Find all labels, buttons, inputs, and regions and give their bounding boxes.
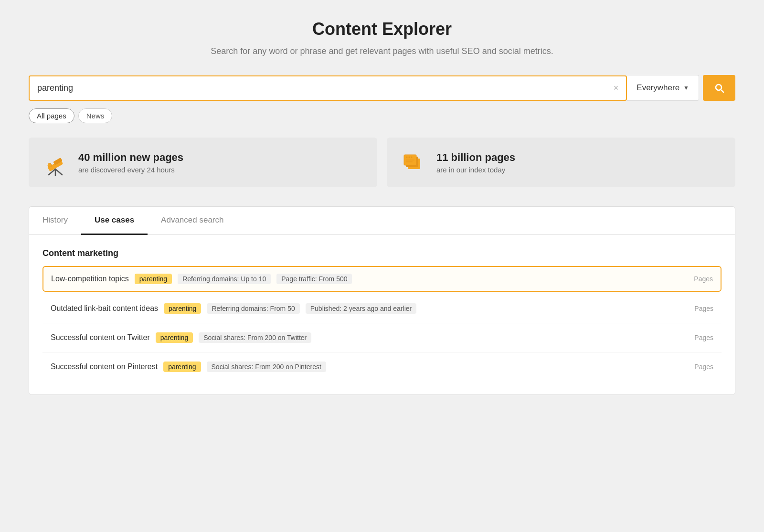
use-case-row-outdated[interactable]: Outdated link-bait content ideas parenti… (42, 296, 722, 321)
svg-point-11 (411, 157, 413, 158)
search-icon (713, 82, 725, 94)
pages-icon (400, 149, 427, 176)
svg-point-9 (406, 157, 408, 158)
tab-history[interactable]: History (29, 207, 81, 235)
scope-label: Everywhere (637, 83, 679, 93)
clear-icon[interactable]: × (606, 83, 626, 93)
filter-badge-0-0: Referring domains: Up to 10 (178, 274, 271, 284)
use-case-row-twitter[interactable]: Successful content on Twitter parenting … (42, 325, 722, 350)
svg-rect-12 (406, 160, 414, 160)
filter-badge-3-0: Social shares: From 200 on Pinterest (207, 362, 326, 372)
stat-new-pages-title: 40 million new pages (78, 151, 183, 164)
keyword-badge-2: parenting (156, 332, 193, 343)
stat-card-index: 11 billion pages are in our index today (387, 138, 735, 187)
filter-badge-1-1: Published: 2 years ago and earlier (306, 303, 416, 314)
use-case-label-2: Successful content on Twitter (51, 333, 150, 342)
stats-row: 40 million new pages are discovered ever… (29, 138, 735, 187)
use-case-label-3: Successful content on Pinterest (51, 362, 158, 371)
tabs-header: History Use cases Advanced search (29, 207, 735, 235)
pages-link-1[interactable]: Pages (694, 305, 713, 312)
search-bar: × Everywhere ▼ (29, 75, 735, 101)
use-case-row-low-competition[interactable]: Low-competition topics parenting Referri… (42, 266, 722, 292)
stat-index-subtitle: are in our index today (436, 166, 515, 174)
stat-index-text: 11 billion pages are in our index today (436, 151, 515, 174)
tab-all-pages[interactable]: All pages (29, 108, 74, 123)
divider-3 (42, 352, 722, 352)
divider-1 (42, 294, 722, 294)
filter-badge-1-0: Referring domains: From 50 (207, 303, 299, 314)
search-input[interactable] (30, 76, 606, 100)
tab-news[interactable]: News (78, 108, 113, 123)
filter-badge-2-0: Social shares: From 200 on Twitter (199, 332, 311, 343)
tab-content-use-cases: Content marketing Low-competition topics… (29, 235, 735, 394)
stat-new-pages-text: 40 million new pages are discovered ever… (78, 151, 183, 174)
keyword-badge-0: parenting (135, 274, 172, 284)
search-button[interactable] (703, 75, 735, 101)
svg-line-4 (55, 169, 62, 175)
stat-card-new-pages: 40 million new pages are discovered ever… (29, 138, 377, 187)
telescope-icon (42, 149, 69, 176)
pages-link-2[interactable]: Pages (694, 334, 713, 341)
use-case-label-0: Low-competition topics (51, 275, 129, 283)
scope-dropdown[interactable]: Everywhere ▼ (627, 75, 699, 101)
tab-use-cases[interactable]: Use cases (81, 207, 148, 235)
use-case-label-1: Outdated link-bait content ideas (51, 304, 158, 313)
page-header: Content Explorer Search for any word or … (29, 19, 735, 58)
tabs-section: History Use cases Advanced search Conten… (29, 206, 735, 395)
svg-point-10 (409, 157, 410, 158)
page-subtitle: Search for any word or phrase and get re… (29, 45, 735, 58)
pages-link-3[interactable]: Pages (694, 363, 713, 371)
pages-link-0[interactable]: Pages (694, 275, 713, 283)
keyword-badge-1: parenting (164, 303, 201, 314)
filter-tabs: All pages News (29, 108, 735, 123)
tab-advanced-search[interactable]: Advanced search (148, 207, 237, 235)
use-case-row-pinterest[interactable]: Successful content on Pinterest parentin… (42, 354, 722, 379)
chevron-down-icon: ▼ (683, 85, 689, 91)
svg-point-5 (48, 163, 52, 167)
filter-badge-0-1: Page traffic: From 500 (276, 274, 352, 284)
divider-2 (42, 323, 722, 323)
stat-index-title: 11 billion pages (436, 151, 515, 164)
search-input-wrap: × (29, 75, 627, 101)
section-title-content-marketing: Content marketing (42, 248, 722, 258)
svg-rect-13 (406, 161, 413, 162)
page-title: Content Explorer (29, 19, 735, 39)
stat-new-pages-subtitle: are discovered every 24 hours (78, 166, 183, 174)
keyword-badge-3: parenting (163, 362, 201, 372)
